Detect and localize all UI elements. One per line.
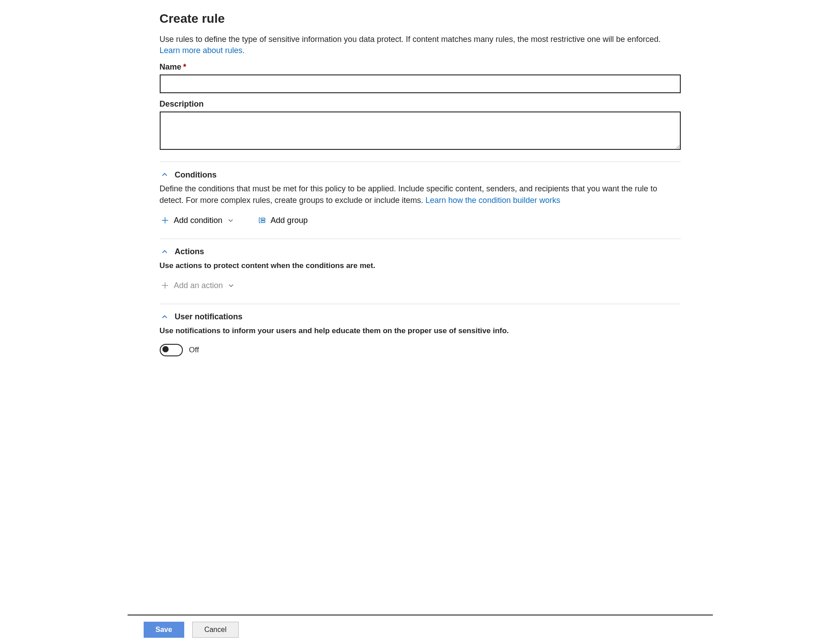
svg-rect-3 <box>261 221 265 223</box>
add-condition-button[interactable]: Add condition <box>160 214 235 227</box>
page-title: Create rule <box>160 12 681 26</box>
plus-icon <box>161 216 170 225</box>
chevron-up-icon <box>160 312 170 322</box>
conditions-title: Conditions <box>175 170 217 180</box>
plus-icon <box>161 281 170 290</box>
chevron-down-icon <box>227 217 234 224</box>
user-notifications-title: User notifications <box>175 312 243 322</box>
add-action-label: Add an action <box>174 281 223 290</box>
add-action-button[interactable]: Add an action <box>160 279 236 292</box>
notifications-toggle-label: Off <box>189 346 199 355</box>
actions-command-row: Add an action <box>160 279 681 292</box>
add-condition-label: Add condition <box>174 216 223 225</box>
conditions-description: Define the conditions that must be met f… <box>160 183 681 206</box>
conditions-desc-text: Define the conditions that must be met f… <box>160 184 658 204</box>
user-notifications-description: Use notifications to inform your users a… <box>160 326 681 336</box>
notifications-toggle[interactable] <box>160 344 183 356</box>
divider <box>160 239 681 239</box>
add-group-label: Add group <box>271 216 308 225</box>
chevron-down-icon <box>228 282 235 289</box>
description-input[interactable] <box>160 111 681 150</box>
divider <box>160 304 681 304</box>
name-label-text: Name <box>160 62 182 71</box>
chevron-up-icon <box>160 247 170 257</box>
actions-title: Actions <box>175 247 204 256</box>
actions-section-header[interactable]: Actions <box>160 247 681 257</box>
intro-text: Use rules to define the type of sensitiv… <box>160 34 681 56</box>
condition-builder-link[interactable]: Learn how the condition builder works <box>426 196 560 205</box>
description-field-label: Description <box>160 99 681 109</box>
svg-rect-2 <box>261 218 265 220</box>
chevron-up-icon <box>160 170 170 180</box>
actions-description: Use actions to protect content when the … <box>160 260 681 271</box>
group-icon <box>257 216 266 225</box>
intro-text-body: Use rules to define the type of sensitiv… <box>160 35 661 44</box>
add-group-button[interactable]: Add group <box>257 214 309 227</box>
learn-more-rules-link[interactable]: Learn more about rules. <box>160 46 245 55</box>
name-field-label: Name* <box>160 62 681 72</box>
divider <box>160 161 681 162</box>
name-input[interactable] <box>160 74 681 93</box>
required-asterisk: * <box>183 62 186 71</box>
conditions-section-header[interactable]: Conditions <box>160 170 681 180</box>
toggle-knob <box>162 346 169 352</box>
conditions-command-row: Add condition Add group <box>160 214 681 227</box>
notifications-toggle-row: Off <box>160 344 681 356</box>
user-notifications-section-header[interactable]: User notifications <box>160 312 681 322</box>
